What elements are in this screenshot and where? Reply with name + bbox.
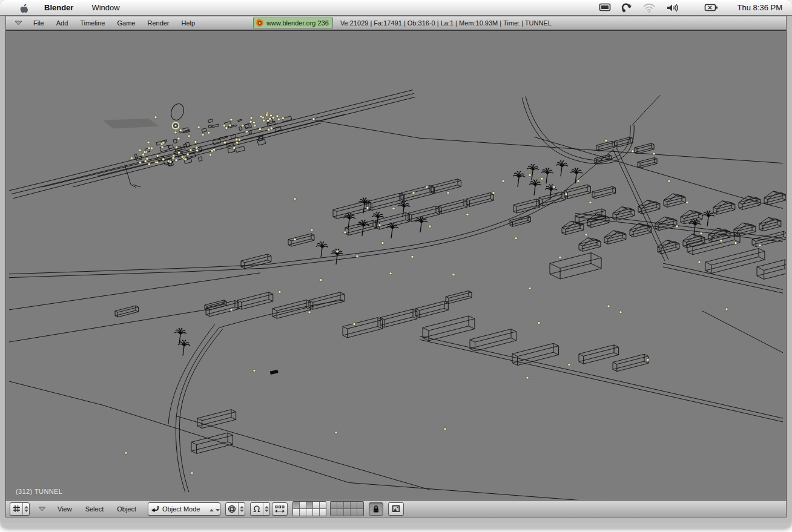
building-box (550, 253, 601, 279)
lamp-dot (253, 369, 256, 372)
layer-17[interactable] (337, 509, 343, 516)
lamp-dot (272, 116, 274, 119)
layer-2[interactable] (300, 502, 306, 508)
palm-tree (178, 340, 190, 356)
layer-6[interactable] (293, 509, 299, 516)
menu-render[interactable]: Render (141, 19, 175, 27)
lamp-dot (191, 472, 193, 475)
apple-menu[interactable] (18, 2, 28, 13)
lamp-dot (249, 120, 252, 123)
layer-18[interactable] (344, 509, 350, 516)
lamp-dot (444, 428, 446, 430)
lamp-dot (412, 192, 415, 194)
volume-icon[interactable] (666, 3, 678, 13)
wifi-icon[interactable] (642, 3, 656, 13)
layer-buttons-group-1[interactable] (292, 501, 326, 516)
editor-type-button[interactable] (10, 502, 30, 516)
mode-dropdown[interactable]: Object Mode (148, 502, 220, 516)
shaded-ground-plane (103, 119, 159, 129)
lamp-dot (230, 118, 233, 120)
lamp-dot (686, 201, 688, 203)
draw-type-stepper[interactable] (238, 503, 245, 515)
layer-16[interactable] (331, 509, 337, 516)
pivot-button[interactable] (250, 502, 270, 516)
lamp-dot (161, 146, 163, 148)
settlement-structure (208, 125, 212, 128)
layer-1[interactable] (293, 502, 299, 508)
layer-5[interactable] (320, 502, 326, 508)
house (708, 228, 730, 241)
building-box (237, 292, 273, 309)
layer-20[interactable] (357, 509, 363, 516)
display-icon[interactable] (599, 3, 611, 13)
menubar-item-window[interactable]: Window (91, 3, 119, 12)
lamp-dot (250, 117, 252, 119)
mode-dropdown-stepper[interactable] (210, 505, 220, 513)
settlement-structure (238, 119, 242, 122)
menubar-status-area: Thu 8:36 PM (599, 3, 782, 13)
layer-buttons-group-2[interactable] (330, 501, 364, 516)
viewport-3d[interactable]: (312) TUNNEL (5, 30, 787, 501)
lamp-dot (668, 180, 670, 182)
lamp-dot (529, 174, 531, 176)
layer-13[interactable] (344, 502, 350, 508)
draw-type-button[interactable] (225, 502, 245, 516)
menubar-clock[interactable]: Thu 8:36 PM (738, 3, 782, 12)
battery-icon[interactable] (704, 3, 719, 12)
layer-14[interactable] (351, 502, 357, 508)
collapse-triangle-icon[interactable] (38, 507, 46, 511)
lamp-dot (238, 139, 240, 141)
menu-game[interactable]: Game (111, 19, 141, 27)
settlement-structure (198, 157, 202, 162)
layer-12[interactable] (337, 502, 343, 508)
render-preview-button[interactable] (388, 502, 404, 516)
viewport-hud-label: (312) TUNNEL (16, 488, 62, 495)
pivot-stepper[interactable] (263, 503, 269, 515)
building-box (564, 185, 590, 199)
layer-9[interactable] (313, 509, 319, 516)
lamp-dot (146, 157, 148, 160)
lamp-dot (208, 131, 210, 134)
menu-select[interactable]: Select (79, 505, 111, 513)
lamp-dot (515, 237, 517, 240)
car-object (270, 370, 279, 375)
mac-menubar: Blender Window (0, 0, 792, 16)
phone-icon[interactable] (621, 3, 632, 13)
layer-8[interactable] (306, 509, 312, 516)
lamp-dot (392, 207, 395, 209)
lock-button[interactable] (369, 502, 383, 516)
menubar-app-name[interactable]: Blender (44, 3, 73, 12)
layer-4[interactable] (313, 502, 319, 508)
menu-add[interactable]: Add (50, 19, 74, 27)
menu-view[interactable]: View (51, 505, 79, 513)
lamp-dot (269, 117, 271, 120)
lamp-dot (242, 124, 244, 126)
layer-15[interactable] (357, 502, 363, 508)
collapse-triangle-icon[interactable] (15, 21, 22, 25)
lamp-dot (568, 363, 570, 366)
layer-19[interactable] (351, 509, 357, 516)
house (579, 238, 601, 251)
layer-11[interactable] (331, 502, 337, 508)
palm-tree (541, 168, 553, 184)
house (658, 240, 679, 254)
editor-type-stepper[interactable] (22, 503, 29, 515)
menu-file[interactable]: File (27, 19, 50, 27)
lamp-dot (252, 121, 255, 123)
lamp-dot (553, 186, 555, 188)
layer-3[interactable] (306, 502, 312, 508)
manipulator-button[interactable] (272, 502, 288, 516)
layer-10[interactable] (320, 509, 326, 516)
settlement-structure (239, 126, 242, 130)
lamp-dot (700, 232, 702, 235)
house (562, 221, 584, 234)
lamp-dot (150, 147, 153, 149)
menu-help[interactable]: Help (176, 19, 202, 27)
lamp-dot (190, 149, 192, 151)
menu-timeline[interactable]: Timeline (74, 19, 111, 27)
layer-7[interactable] (300, 509, 306, 516)
menu-object[interactable]: Object (110, 505, 143, 513)
lamp-dot (230, 309, 233, 311)
blender-version-badge[interactable]: www.blender.org 236 (253, 18, 333, 28)
lamp-dot (676, 225, 678, 228)
